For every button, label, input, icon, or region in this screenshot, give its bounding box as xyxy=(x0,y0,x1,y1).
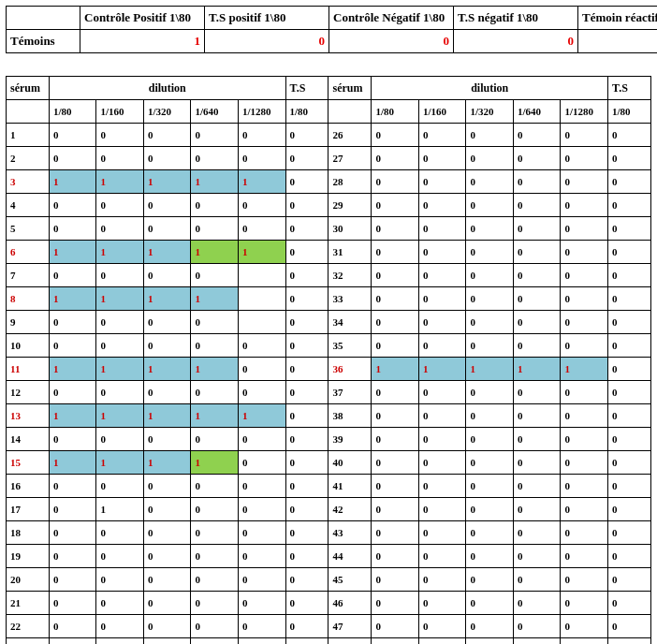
ts-cell-left: 0 xyxy=(285,568,328,592)
dilution-cell-left: 1 xyxy=(143,287,191,311)
dilution-cell-right: 0 xyxy=(513,124,561,147)
dilution-cell-left: 1 xyxy=(96,358,144,381)
dilution-cell-left: 1 xyxy=(143,358,191,381)
dilution-cell-right: 0 xyxy=(418,170,466,194)
dilution-cell-right: 0 xyxy=(561,545,608,568)
dilution-cell-right: 0 xyxy=(561,241,608,264)
dilution-cell-right: 0 xyxy=(372,475,419,498)
header-blank-left xyxy=(7,100,50,124)
dilution-cell-left: 1 xyxy=(191,404,239,428)
dilution-cell-left: 0 xyxy=(191,475,239,498)
dilution-cell-left: 0 xyxy=(49,311,96,334)
ts-cell-left: 0 xyxy=(285,241,328,264)
dilution-cell-right: 0 xyxy=(466,147,514,170)
dil-header-right-4: 1/1280 xyxy=(561,100,608,124)
serum-id-right: 47 xyxy=(328,615,372,638)
ts-cell-left: 0 xyxy=(285,194,328,217)
dilution-cell-right: 0 xyxy=(513,334,561,358)
dilution-cell-left: 1 xyxy=(49,358,96,381)
dilution-cell-left: 0 xyxy=(238,334,285,358)
dil-header-right-2: 1/320 xyxy=(466,100,514,124)
dilution-cell-left: 1 xyxy=(96,241,144,264)
ts-cell-left: 0 xyxy=(285,381,328,404)
dilution-cell-left: 0 xyxy=(96,428,144,451)
dilution-cell-right: 0 xyxy=(372,592,419,615)
dilution-cell-left: 1 xyxy=(96,287,144,311)
dilution-cell-left: 0 xyxy=(191,311,239,334)
ts-cell-left: 0 xyxy=(285,264,328,287)
dilution-cell-right: 0 xyxy=(561,381,608,404)
ts-cell-right: 0 xyxy=(608,287,651,311)
dilution-cell-left: 1 xyxy=(191,241,239,264)
dilution-cell-right: 0 xyxy=(466,334,514,358)
serum-id-right: 32 xyxy=(328,264,372,287)
dilution-cell-right: 0 xyxy=(372,334,419,358)
dilution-cell-right: 0 xyxy=(561,264,608,287)
serum-id-right: 30 xyxy=(328,217,372,241)
dilution-cell-left: 0 xyxy=(238,451,285,475)
ts-cell-left: 0 xyxy=(285,451,328,475)
dilution-cell-left: 0 xyxy=(191,545,239,568)
dil-header-right-3: 1/640 xyxy=(513,100,561,124)
dilution-cell-right: 0 xyxy=(561,124,608,147)
table-row: 611111031000000 xyxy=(7,241,651,264)
serum-id-right: 36 xyxy=(328,358,372,381)
dilution-cell-right: 0 xyxy=(466,287,514,311)
dilution-cell-left: 1 xyxy=(143,451,191,475)
dilution-cell-left: 1 xyxy=(238,170,285,194)
dilution-cell-right: 0 xyxy=(466,475,514,498)
dilution-cell-right: 0 xyxy=(418,311,466,334)
dilution-cell-right: 0 xyxy=(513,287,561,311)
dilution-cell-right: 1 xyxy=(513,358,561,381)
dilution-cell-left: 1 xyxy=(96,170,144,194)
dilution-cell-right: 0 xyxy=(418,124,466,147)
dilution-cell-left: 0 xyxy=(143,592,191,615)
dilution-cell-right: 0 xyxy=(513,241,561,264)
table-row: 500000030000000 xyxy=(7,217,651,241)
dilution-cell-left: 0 xyxy=(49,124,96,147)
ts-cell-right: 0 xyxy=(608,334,651,358)
controls-empty-cell xyxy=(7,7,80,30)
serum-id-right: 28 xyxy=(328,170,372,194)
ts-cell-right: 0 xyxy=(608,428,651,451)
controls-value-ts-positif: 0 xyxy=(205,30,329,53)
dilution-cell-left: 0 xyxy=(191,521,239,545)
dilution-cell-right: 0 xyxy=(513,217,561,241)
dilution-cell-left: 0 xyxy=(96,615,144,638)
dilution-cell-right: 0 xyxy=(561,638,608,645)
dilution-cell-right: 0 xyxy=(372,217,419,241)
dilution-cell-left: 1 xyxy=(143,170,191,194)
ts-cell-right: 0 xyxy=(608,124,651,147)
dilution-cell-right: 0 xyxy=(466,592,514,615)
dilution-cell-right: 0 xyxy=(466,428,514,451)
dilution-cell-right: 0 xyxy=(466,124,514,147)
dilution-cell-right: 0 xyxy=(513,428,561,451)
dilution-cell-right: 0 xyxy=(513,545,561,568)
dilution-cell-right: 0 xyxy=(513,638,561,645)
ts-cell-left: 0 xyxy=(285,334,328,358)
dilution-cell-right: 0 xyxy=(561,217,608,241)
dilution-cell-right: 0 xyxy=(418,264,466,287)
dilution-cell-right: 0 xyxy=(561,475,608,498)
dilution-cell-left: 0 xyxy=(96,545,144,568)
ts-cell-right: 0 xyxy=(608,615,651,638)
serum-id-right: 48 xyxy=(328,638,372,645)
dilution-cell-left: 0 xyxy=(96,334,144,358)
dilution-cell-right: 0 xyxy=(418,568,466,592)
table-row: 70000032000000 xyxy=(7,264,651,287)
ts-cell-left: 0 xyxy=(285,475,328,498)
dilution-cell-right: 0 xyxy=(561,170,608,194)
dilution-cell-left: 1 xyxy=(191,451,239,475)
dilution-cell-left: 0 xyxy=(96,592,144,615)
table-row: 1000000035000000 xyxy=(7,334,651,358)
dilution-cell-left: 1 xyxy=(238,241,285,264)
dilution-cell-left: 0 xyxy=(49,568,96,592)
table-row: 2000000045000000 xyxy=(7,568,651,592)
controls-table: Contrôle Positif 1\80 T.S positif 1\80 C… xyxy=(6,6,657,53)
dilution-cell-left: 1 xyxy=(49,170,96,194)
dilution-cell-left: 0 xyxy=(143,334,191,358)
dilution-cell-left: 0 xyxy=(49,521,96,545)
ts-cell-left: 0 xyxy=(285,311,328,334)
dilution-cell-left xyxy=(238,311,285,334)
dilution-cell-right: 0 xyxy=(372,428,419,451)
